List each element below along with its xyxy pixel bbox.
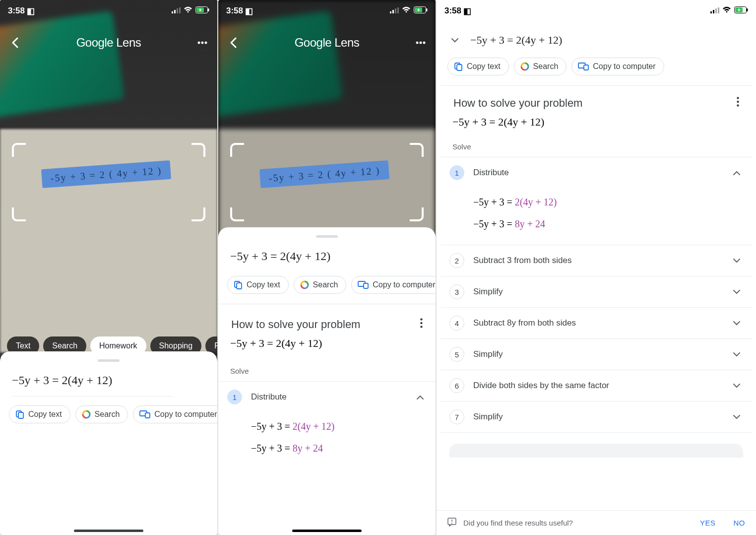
back-button[interactable]: [8, 36, 22, 50]
copy-text-chip[interactable]: Copy text: [9, 405, 70, 423]
home-indicator[interactable]: [292, 530, 362, 532]
feedback-prompt: Did you find these results useful?: [463, 519, 573, 527]
solve-equation: −5y + 3 = 2(4y + 12): [218, 337, 436, 364]
app-title: Google Lens: [295, 36, 360, 50]
svg-point-56: [737, 104, 739, 106]
back-button[interactable]: [226, 36, 240, 50]
crop-corner-bl[interactable]: [230, 207, 244, 221]
step-row-1[interactable]: 1 Distribute: [441, 157, 752, 188]
svg-rect-41: [715, 8, 717, 13]
result-sheet[interactable]: −5y + 3 = 2(4y + 12) Copy text Search Co…: [0, 351, 217, 535]
crop-corner-tr[interactable]: [191, 143, 205, 157]
google-icon: [520, 62, 529, 71]
svg-rect-18: [390, 11, 391, 13]
crop-corner-tl[interactable]: [12, 143, 26, 157]
solve-more-button[interactable]: [420, 318, 423, 331]
svg-rect-23: [426, 8, 428, 11]
status-indicator-icon: ◧: [463, 6, 471, 16]
step-row-4[interactable]: 4 Subtract 8y from both sides: [441, 307, 752, 338]
sheet-drag-handle[interactable]: [316, 235, 338, 238]
sheet-drag-handle[interactable]: [98, 359, 120, 362]
crop-corner-br[interactable]: [191, 207, 205, 221]
copy-icon: [454, 62, 463, 71]
search-chip[interactable]: Search: [294, 276, 347, 294]
svg-rect-21: [397, 7, 399, 13]
battery-icon: [414, 6, 428, 16]
chevron-up-icon: [417, 393, 424, 401]
feedback-icon: [447, 518, 456, 528]
svg-point-55: [737, 101, 739, 103]
copy-computer-chip[interactable]: Copy to computer: [351, 276, 436, 294]
svg-rect-17: [145, 413, 150, 418]
step-line-pre: −5y + 3 =: [251, 443, 293, 454]
chip-label: Copy to computer: [154, 410, 217, 419]
chip-label: Copy to computer: [373, 280, 435, 289]
copy-computer-chip[interactable]: Copy to computer: [571, 58, 664, 75]
svg-rect-47: [457, 65, 462, 70]
action-chips: Copy text Search Copy to computer: [441, 54, 752, 85]
battery-icon: [734, 6, 748, 16]
feedback-bar: Did you find these results useful? YES N…: [437, 510, 756, 535]
step-row-5[interactable]: 5 Simplify: [441, 338, 752, 370]
feedback-no-button[interactable]: NO: [734, 519, 746, 527]
chip-label: Copy to computer: [593, 62, 655, 71]
svg-point-25: [416, 42, 418, 44]
detected-text-highlight[interactable]: -5y + 3 = 2 ( 4y + 12 ): [41, 160, 171, 188]
search-chip[interactable]: Search: [514, 58, 567, 75]
crop-corner-bl[interactable]: [12, 207, 26, 221]
chip-label: Search: [533, 62, 559, 71]
detected-text-highlight[interactable]: -5y + 3 = 2 ( 4y + 12 ): [259, 160, 389, 188]
result-sheet-full: −5y + 3 = 2(4y + 12) Copy text Search Co…: [437, 22, 756, 513]
copy-computer-chip[interactable]: Copy to computer: [133, 405, 217, 423]
solve-title: How to solve your problem: [453, 97, 582, 110]
google-icon: [82, 410, 91, 419]
crop-region[interactable]: -5y + 3 = 2 ( 4y + 12 ): [230, 143, 424, 221]
result-sheet[interactable]: −5y + 3 = 2(4y + 12) Copy text Search Co…: [218, 227, 436, 535]
step-number: 1: [227, 390, 242, 404]
search-chip[interactable]: Search: [75, 405, 128, 423]
chevron-down-icon: [733, 287, 740, 296]
more-button[interactable]: [414, 36, 428, 50]
solve-subheader: Solve: [441, 139, 752, 157]
copy-text-chip[interactable]: Copy text: [447, 58, 509, 75]
svg-point-27: [423, 42, 425, 44]
svg-rect-44: [747, 8, 748, 11]
action-chips: Copy text Search Copy to computer: [218, 272, 436, 304]
next-card-peek: [449, 444, 743, 458]
chevron-up-icon: [733, 168, 740, 177]
step-number: 2: [449, 253, 464, 268]
solve-header: How to solve your problem: [218, 304, 436, 337]
step-label: Distribute: [473, 168, 724, 178]
screenshot-2: 3:58 ◧ Google Lens -5y + 3 = 2 ( 4y + 12…: [218, 0, 437, 535]
chip-label: Search: [95, 410, 120, 419]
svg-rect-0: [172, 11, 173, 13]
status-bar: 3:58 ◧: [0, 0, 217, 22]
step-row-7[interactable]: 7 Simplify: [441, 401, 752, 433]
step-row-3[interactable]: 3 Simplify: [441, 276, 752, 307]
home-indicator[interactable]: [74, 530, 143, 532]
crop-corner-tl[interactable]: [230, 143, 244, 157]
step-line-pre: −5y + 3 =: [473, 218, 515, 229]
copy-text-chip[interactable]: Copy text: [227, 276, 289, 294]
status-time: 3:58: [444, 6, 461, 16]
step-row-6[interactable]: 6 Divide both sides by the same factor: [441, 370, 752, 401]
solve-more-button[interactable]: [737, 97, 739, 110]
svg-rect-19: [392, 10, 394, 13]
crop-region[interactable]: -5y + 3 = 2 ( 4y + 12 ): [12, 143, 205, 221]
step-body-1: −5y + 3 = 2(4y + 12) −5y + 3 = 8y + 24: [218, 412, 436, 469]
svg-rect-2: [177, 8, 178, 13]
step-row-1[interactable]: 1 Distribute: [218, 381, 436, 412]
feedback-yes-button[interactable]: YES: [700, 519, 716, 527]
step-label: Subtract 3 from both sides: [473, 256, 724, 266]
svg-rect-53: [584, 65, 588, 70]
collapse-button[interactable]: [448, 34, 461, 47]
chevron-down-icon: [733, 256, 740, 265]
crop-corner-br[interactable]: [410, 207, 424, 221]
svg-rect-39: [710, 11, 712, 13]
more-button[interactable]: [195, 36, 209, 50]
step-row-2[interactable]: 2 Subtract 3 from both sides: [441, 245, 752, 276]
crop-corner-tr[interactable]: [410, 143, 424, 157]
chevron-down-icon: [733, 319, 740, 328]
solve-subheader: Solve: [218, 364, 436, 381]
status-indicator-icon: ◧: [27, 6, 35, 16]
